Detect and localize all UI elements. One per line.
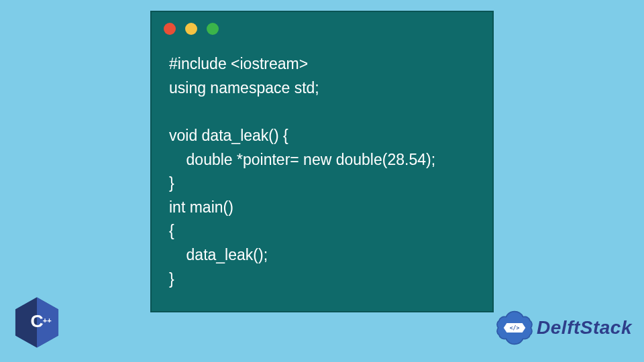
- svg-text:</>: </>: [510, 324, 520, 331]
- brand: </> DelftStack: [495, 308, 632, 347]
- svg-text:++: ++: [43, 316, 52, 324]
- code-block: #include <iostream> using namespace std;…: [152, 40, 492, 303]
- brand-logo-icon: </>: [495, 308, 534, 347]
- code-card: #include <iostream> using namespace std;…: [150, 11, 494, 312]
- svg-text:C: C: [30, 311, 43, 331]
- close-dot-icon: [164, 23, 176, 35]
- window-controls: [152, 12, 492, 40]
- maximize-dot-icon: [207, 23, 219, 35]
- cpp-badge-icon: C ++: [13, 296, 60, 349]
- brand-name: DelftStack: [537, 317, 632, 339]
- minimize-dot-icon: [185, 23, 197, 35]
